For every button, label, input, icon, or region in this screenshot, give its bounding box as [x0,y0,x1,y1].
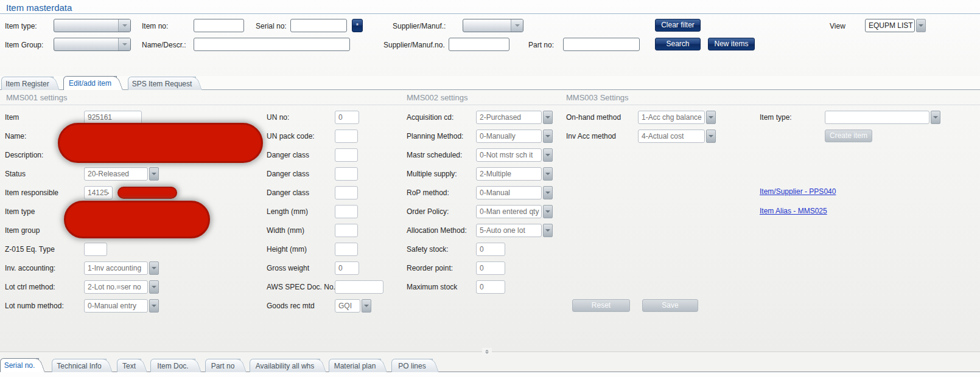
danger-class-1-input[interactable] [335,148,358,162]
status-label: Status [5,170,26,178]
redaction-name-description [58,123,263,163]
tab-technical-info[interactable]: Technical Info [52,359,107,372]
planning-method-select[interactable]: 0-Manually [476,130,553,143]
serial-no-filter-label: Serial no: [256,22,287,30]
item-responsible-label: Item responsible [5,188,58,197]
chevron-down-icon[interactable] [543,111,553,124]
status-select[interactable]: 20-Released [84,167,159,181]
clear-filter-button[interactable]: Clear filter [655,19,701,32]
width-mm-input[interactable] [335,224,358,237]
item-group-filter-label: Item Group: [5,41,43,49]
inv-acc-method-select[interactable]: 4-Actual cost [638,130,716,143]
chevron-down-icon[interactable] [543,167,553,181]
un-no-input[interactable] [335,111,359,124]
mastr-scheduled-select[interactable]: 0-Not mstr sch it [476,148,553,162]
splitter-handle[interactable] [482,348,492,355]
chevron-down-icon[interactable] [511,19,523,32]
tab-text[interactable]: Text [117,359,141,372]
chevron-down-icon[interactable] [543,130,553,143]
item-group-filter-select[interactable] [54,38,131,51]
safety-stock-input[interactable] [476,243,505,256]
gross-weight-input[interactable] [335,261,359,275]
z015-eq-type-input[interactable] [84,243,107,256]
tab-availability-all-whs[interactable]: Availability all whs [250,359,320,372]
create-item-button[interactable]: Create item [825,130,872,142]
tab-material-plan[interactable]: Material plan [329,359,381,372]
lot-numb-method-select[interactable]: 0-Manual entry [84,299,159,313]
on-hand-method-label: On-hand method [566,113,621,122]
height-mm-input[interactable] [335,243,358,256]
tab-serial-no[interactable]: Serial no. [0,358,39,372]
item-alias-mms025-link[interactable]: Item Alias - MMS025 [760,207,827,215]
tab-item-register[interactable]: Item Register [1,77,54,90]
allocation-method-select[interactable]: 5-Auto one lot [476,224,553,237]
tab-item-doc[interactable]: Item Doc. [150,359,195,372]
reset-button[interactable]: Reset [572,299,630,312]
safety-stock-label: Safety stock: [407,245,449,254]
order-policy-select[interactable]: 0-Man entered qty [476,205,553,218]
search-button[interactable]: Search [655,38,701,50]
new-items-button[interactable]: New items [708,38,755,50]
supplier-manuf-filter-select[interactable] [463,19,523,32]
chevron-down-icon[interactable] [931,111,940,124]
tab-po-lines[interactable]: PO lines [391,359,433,372]
chevron-down-icon[interactable] [706,111,716,124]
chevron-down-icon[interactable] [543,148,553,162]
chevron-down-icon[interactable] [543,205,553,218]
acquisition-cd-select[interactable]: 2-Purchased [476,111,553,124]
tab-part-no[interactable]: Part no [205,359,240,372]
item-type-filter-select[interactable] [54,19,131,32]
chevron-down-icon[interactable] [543,224,553,237]
chevron-down-icon[interactable] [118,19,130,32]
item-group-filter-value [54,38,118,50]
item-no-filter-label: Item no: [142,22,168,30]
part-no-filter-input[interactable] [563,38,640,51]
danger-class-1-label: Danger class [267,151,309,159]
length-mm-input[interactable] [335,205,358,218]
item-supplier-pps040-link[interactable]: Item/Supplier - PPS040 [760,187,836,196]
chevron-down-icon[interactable] [118,38,130,50]
view-select[interactable]: EQUPM LIST [865,19,926,32]
mastr-scheduled-label: Mastr scheduled: [407,151,462,159]
create-item-type-label: Item type: [760,113,792,122]
chevron-down-icon[interactable] [916,19,926,32]
chevron-down-icon[interactable] [149,167,159,181]
section-mms003-header: MMS003 Settings [566,93,629,102]
lot-ctrl-method-select[interactable]: 2-Lot no.=ser no [84,280,159,294]
goods-rec-mtd-select[interactable]: GQI [335,299,371,313]
create-item-type-select[interactable] [825,111,940,124]
section-header-divider [0,105,980,105]
chevron-down-icon[interactable] [362,299,371,313]
name-descr-filter-input[interactable] [194,38,350,51]
rop-method-select[interactable]: 0-Manual [476,186,553,199]
save-button[interactable]: Save [642,299,698,312]
aws-spec-doc-no-label: AWS SPEC Doc. No. [267,283,335,291]
item-responsible-input[interactable] [84,186,113,199]
un-pack-code-input[interactable] [335,130,358,143]
view-value: EQUPM LIST [865,19,915,32]
tab-sps-item-request[interactable]: SPS Item Request [128,77,196,90]
chevron-down-icon[interactable] [149,261,159,275]
serial-wildcard-button[interactable]: * [352,19,363,32]
serial-no-filter-input[interactable] [290,19,347,32]
tab-edit-add-item[interactable]: Edit/add item [63,76,117,90]
reorder-point-input[interactable] [476,261,505,275]
chevron-down-icon[interactable] [149,280,159,294]
chevron-down-icon[interactable] [149,299,159,313]
lot-numb-method-label: Lot numb method: [5,302,64,310]
item-input[interactable] [84,111,142,124]
order-policy-label: Order Policy: [407,207,449,216]
maximum-stock-input[interactable] [476,280,505,294]
chevron-down-icon[interactable] [706,130,716,143]
danger-class-3-input[interactable] [335,186,358,199]
inv-accounting-select[interactable]: 1-Inv accounting [84,261,159,275]
danger-class-2-input[interactable] [335,167,358,181]
on-hand-method-value: 1-Acc chg balance [638,111,705,124]
header-divider [0,13,980,14]
on-hand-method-select[interactable]: 1-Acc chg balance [638,111,716,124]
item-no-filter-input[interactable] [194,19,244,32]
aws-spec-doc-no-input[interactable] [335,280,383,294]
multiple-supply-select[interactable]: 2-Multiple [476,167,553,181]
supplier-manuf-no-filter-input[interactable] [449,38,509,51]
chevron-down-icon[interactable] [543,186,553,199]
